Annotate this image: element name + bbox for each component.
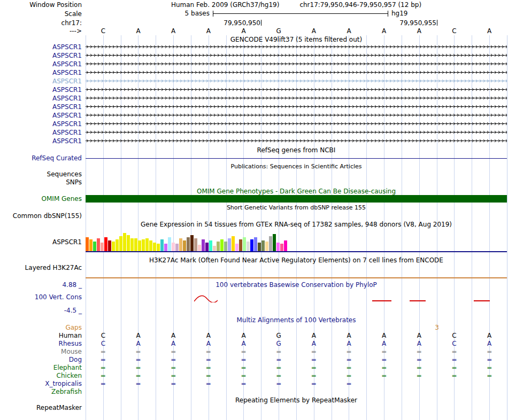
multiz-gaps-label[interactable]: Gaps bbox=[0, 324, 82, 331]
multiz-species-row[interactable]: ============ bbox=[86, 364, 507, 371]
transcript-arrow-line[interactable] bbox=[86, 96, 507, 100]
gencode-transcript-row[interactable]: ASPSCR1 bbox=[0, 112, 508, 119]
dbsnp-track-label[interactable]: Common dbSNP(155) bbox=[0, 212, 82, 220]
multiz-species-label[interactable]: Zebrafish bbox=[0, 388, 82, 395]
gtex-tissue-bar[interactable] bbox=[190, 235, 194, 251]
gencode-transcript-row[interactable]: ASPSCR1 bbox=[0, 77, 508, 84]
gtex-tissue-bar[interactable] bbox=[116, 239, 119, 251]
multiz-species-row[interactable]: ============ bbox=[86, 348, 507, 355]
multiz-species-label[interactable]: Human bbox=[0, 332, 82, 339]
gtex-barchart[interactable] bbox=[86, 230, 507, 251]
omim-gene-bar[interactable] bbox=[86, 195, 507, 203]
gtex-tissue-bar[interactable] bbox=[273, 234, 276, 251]
phylop-signal-area[interactable] bbox=[86, 287, 507, 313]
gtex-tissue-bar[interactable] bbox=[89, 239, 93, 251]
h3k27ac-signal[interactable] bbox=[86, 277, 507, 278]
repeatmasker-track-label[interactable]: RepeatMasker bbox=[0, 404, 82, 411]
gtex-tissue-bar[interactable] bbox=[194, 238, 197, 251]
gtex-tissue-bar[interactable] bbox=[142, 239, 145, 251]
gencode-transcript-label[interactable]: ASPSCR1 bbox=[0, 129, 82, 136]
gtex-tissue-bar[interactable] bbox=[149, 240, 152, 251]
gencode-transcript-row[interactable]: ASPSCR1 bbox=[0, 120, 508, 127]
gencode-transcript-row[interactable]: ASPSCR1 bbox=[0, 129, 508, 136]
gencode-transcript-label[interactable]: ASPSCR1 bbox=[0, 43, 82, 51]
gtex-tissue-bar[interactable] bbox=[247, 242, 250, 251]
gtex-tissue-bar[interactable] bbox=[97, 238, 100, 251]
gencode-transcript-row[interactable]: ASPSCR1 bbox=[0, 52, 508, 59]
gtex-tissue-bar[interactable] bbox=[130, 238, 134, 251]
multiz-species-label[interactable]: X_tropicalis bbox=[0, 380, 82, 387]
gencode-transcript-label[interactable]: ASPSCR1 bbox=[0, 69, 82, 76]
gtex-tissue-bar[interactable] bbox=[104, 237, 107, 251]
multiz-species-label[interactable]: Mouse bbox=[0, 348, 82, 355]
gtex-tissue-bar[interactable] bbox=[213, 246, 216, 251]
gtex-tissue-bar[interactable] bbox=[220, 239, 224, 251]
gtex-tissue-bar[interactable] bbox=[228, 238, 231, 251]
gencode-transcript-label[interactable]: ASPSCR1 bbox=[0, 77, 82, 85]
gtex-tissue-bar[interactable] bbox=[265, 242, 268, 251]
gtex-tissue-bar[interactable] bbox=[157, 244, 160, 251]
multiz-species-label[interactable]: Rhesus bbox=[0, 340, 82, 347]
gtex-tissue-bar[interactable] bbox=[269, 236, 272, 251]
snps-track-label[interactable]: SNPs bbox=[0, 178, 82, 186]
gtex-tissue-bar[interactable] bbox=[123, 233, 126, 251]
gencode-transcript-label[interactable]: ASPSCR1 bbox=[0, 52, 82, 59]
gtex-tissue-bar[interactable] bbox=[86, 237, 89, 251]
gtex-tissue-bar[interactable] bbox=[164, 244, 167, 251]
gtex-tissue-bar[interactable] bbox=[160, 239, 164, 251]
gencode-transcript-label[interactable]: ASPSCR1 bbox=[0, 86, 82, 94]
multiz-species-row[interactable]: ============ bbox=[86, 372, 507, 379]
gtex-tissue-bar[interactable] bbox=[101, 243, 104, 251]
gtex-tissue-bar[interactable] bbox=[224, 242, 227, 251]
transcript-arrow-line[interactable] bbox=[86, 113, 507, 118]
multiz-species-label[interactable]: Dog bbox=[0, 356, 82, 363]
gencode-transcript-row[interactable]: ASPSCR1 bbox=[0, 103, 508, 110]
gtex-tissue-bar[interactable] bbox=[280, 244, 283, 251]
gtex-tissue-bar[interactable] bbox=[250, 239, 253, 251]
gtex-tissue-bar[interactable] bbox=[276, 243, 280, 251]
gtex-track-label[interactable]: ASPSCR1 bbox=[0, 238, 82, 246]
gencode-transcript-row[interactable]: ASPSCR1 bbox=[0, 86, 508, 93]
gtex-tissue-bar[interactable] bbox=[112, 242, 115, 251]
multiz-species-row[interactable]: ============ bbox=[86, 356, 507, 363]
gtex-tissue-bar[interactable] bbox=[239, 239, 242, 251]
h3k27ac-track-label[interactable]: Layered H3K27Ac bbox=[0, 264, 82, 271]
gtex-tissue-bar[interactable] bbox=[235, 244, 238, 251]
gtex-tissue-bar[interactable] bbox=[202, 239, 205, 251]
multiz-species-row[interactable]: CAAAAGAAAACA bbox=[86, 340, 507, 347]
refseq-track-label[interactable]: RefSeq Curated bbox=[0, 154, 82, 162]
transcript-arrow-line[interactable] bbox=[86, 130, 507, 135]
gtex-tissue-bar[interactable] bbox=[243, 237, 246, 251]
gencode-transcript-row[interactable]: ASPSCR1 bbox=[0, 95, 508, 102]
gencode-transcript-row[interactable]: ASPSCR1 bbox=[0, 60, 508, 67]
transcript-arrow-line[interactable] bbox=[86, 87, 507, 92]
gtex-tissue-bar[interactable] bbox=[254, 237, 257, 251]
transcript-arrow-line[interactable] bbox=[86, 70, 507, 75]
multiz-species-label[interactable]: Elephant bbox=[0, 364, 82, 371]
transcript-arrow-line[interactable] bbox=[86, 53, 507, 58]
gtex-tissue-bar[interactable] bbox=[145, 238, 149, 251]
gtex-tissue-bar[interactable] bbox=[217, 242, 220, 251]
gtex-tissue-bar[interactable] bbox=[175, 244, 179, 251]
phylop-track-label[interactable]: 100 Vert. Cons bbox=[0, 293, 82, 301]
gtex-tissue-bar[interactable] bbox=[232, 236, 235, 251]
gtex-tissue-bar[interactable] bbox=[119, 236, 122, 251]
gencode-transcript-label[interactable]: ASPSCR1 bbox=[0, 120, 82, 128]
gtex-tissue-bar[interactable] bbox=[284, 240, 287, 251]
multiz-species-label[interactable]: Chicken bbox=[0, 372, 82, 379]
gencode-transcript-row[interactable]: ASPSCR1 bbox=[0, 43, 508, 50]
gtex-tissue-bar[interactable] bbox=[187, 237, 190, 251]
gtex-tissue-bar[interactable] bbox=[108, 240, 111, 251]
multiz-species-row[interactable]: ======== bbox=[86, 380, 507, 387]
omim-track-label[interactable]: OMIM Genes bbox=[0, 195, 82, 203]
transcript-arrow-line[interactable] bbox=[86, 44, 507, 49]
gtex-tissue-bar[interactable] bbox=[209, 240, 212, 251]
refseq-curated-item[interactable] bbox=[86, 158, 507, 159]
gtex-tissue-bar[interactable] bbox=[205, 243, 209, 251]
gencode-transcript-label[interactable]: ASPSCR1 bbox=[0, 137, 82, 145]
gtex-tissue-bar[interactable] bbox=[134, 238, 137, 251]
transcript-arrow-line[interactable] bbox=[86, 104, 507, 109]
gtex-tissue-bar[interactable] bbox=[127, 235, 130, 251]
gencode-transcript-row[interactable]: ASPSCR1 bbox=[0, 137, 508, 144]
gencode-transcript-label[interactable]: ASPSCR1 bbox=[0, 60, 82, 68]
